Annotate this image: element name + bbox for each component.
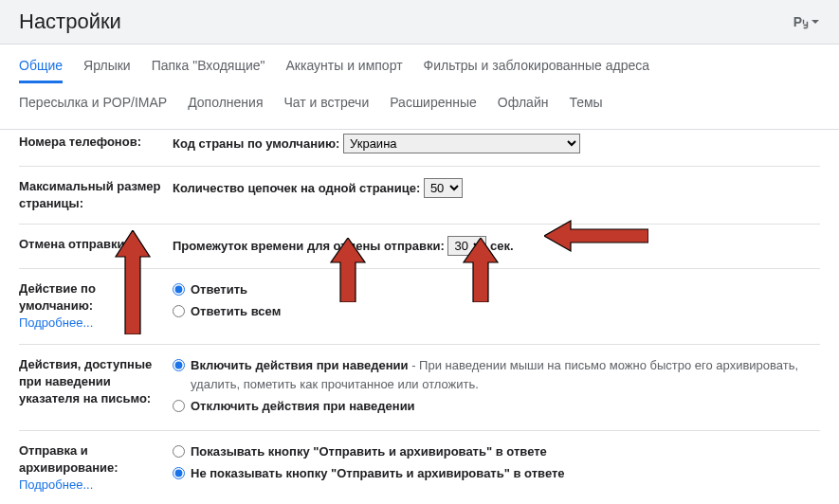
radio-label: Ответить всем	[191, 302, 281, 322]
tab-3[interactable]: Аккаунты и импорт	[286, 58, 403, 83]
row-body: ОтветитьОтветить всем	[173, 280, 820, 333]
radio-option: Показывать кнопку "Отправить и архивиров…	[173, 442, 820, 462]
tab-r2-5[interactable]: Темы	[569, 95, 602, 117]
radio-input[interactable]	[173, 283, 185, 296]
radio-label: Отключить действия при наведении	[191, 399, 415, 413]
settings-header: Настройки Рꭚ	[0, 0, 839, 45]
row-label: Действие по умолчанию: Подробнее...	[19, 280, 161, 333]
page-title: Настройки	[19, 9, 121, 34]
row-undo-send: Отмена отправки: Промежуток времени для …	[19, 225, 820, 269]
tab-2[interactable]: Папка "Входящие"	[152, 58, 265, 83]
radio-option: Включить действия при наведении - При на…	[173, 356, 820, 396]
radio-option: Не показывать кнопку "Отправить и архиви…	[173, 464, 820, 484]
undo-period-select[interactable]: 30	[447, 236, 486, 256]
radio-input[interactable]	[173, 359, 185, 371]
tab-0[interactable]: Общие	[19, 58, 63, 83]
learn-more-link[interactable]: Подробнее...	[19, 477, 93, 492]
radio-input[interactable]	[173, 445, 185, 458]
row-label: Действия, доступные при наведении указат…	[19, 356, 161, 419]
tab-1[interactable]: Ярлыки	[83, 58, 131, 83]
radio-input[interactable]	[173, 467, 185, 479]
radio-option: Ответить	[173, 280, 820, 300]
row-label: Номера телефонов:	[19, 134, 161, 154]
row-body: Код страны по умолчанию: Украина	[173, 134, 820, 154]
row-label: Отправка и архивирование: Подробнее...	[19, 442, 161, 495]
settings-tabs: ОбщиеЯрлыкиПапка "Входящие"Аккаунты и им…	[0, 45, 839, 117]
row-phone-numbers: Номера телефонов: Код страны по умолчани…	[19, 130, 820, 167]
radio-input[interactable]	[173, 400, 185, 412]
tab-r2-0[interactable]: Пересылка и POP/IMAP	[19, 95, 167, 117]
tab-r2-4[interactable]: Офлайн	[498, 95, 549, 117]
tab-r2-2[interactable]: Чат и встречи	[283, 95, 369, 117]
lang-label: Рꭚ	[793, 14, 809, 29]
settings-content: Номера телефонов: Код страны по умолчани…	[0, 129, 839, 504]
radio-label: Ответить	[191, 280, 247, 300]
input-tools-button[interactable]: Рꭚ	[793, 14, 820, 29]
tab-r2-1[interactable]: Дополнения	[188, 95, 263, 117]
row-body: Количество цепочек на одной странице: 50	[173, 178, 820, 212]
radio-option: Отключить действия при наведении	[173, 397, 820, 417]
page-size-label: Количество цепочек на одной странице:	[173, 181, 420, 195]
chevron-down-icon	[811, 17, 820, 27]
radio-label: Показывать кнопку "Отправить и архивиров…	[191, 442, 547, 462]
radio-label: Включить действия при наведении	[191, 358, 409, 372]
row-body: Показывать кнопку "Отправить и архивиров…	[173, 442, 820, 495]
radio-label: Не показывать кнопку "Отправить и архиви…	[191, 464, 565, 484]
row-label: Отмена отправки:	[19, 236, 161, 257]
row-default-reply: Действие по умолчанию: Подробнее... Отве…	[19, 269, 820, 345]
country-select[interactable]: Украина	[343, 134, 580, 153]
radio-option: Ответить всем	[173, 302, 820, 322]
tab-4[interactable]: Фильтры и заблокированные адреса	[424, 58, 650, 83]
row-label: Максимальный размер страницы:	[19, 178, 161, 212]
undo-seconds-label: сек.	[490, 239, 514, 253]
phone-country-label: Код страны по умолчанию:	[173, 136, 339, 151]
row-body: Включить действия при наведении - При на…	[173, 356, 820, 419]
page-size-select[interactable]: 50	[424, 178, 463, 198]
row-body: Промежуток времени для отмены отправки: …	[173, 236, 820, 257]
radio-input[interactable]	[173, 305, 185, 317]
row-send-archive: Отправка и архивирование: Подробнее... П…	[19, 431, 820, 504]
learn-more-link[interactable]: Подробнее...	[19, 315, 93, 330]
row-page-size: Максимальный размер страницы: Количество…	[19, 167, 820, 225]
undo-label: Промежуток времени для отмены отправки:	[173, 239, 445, 253]
row-hover-actions: Действия, доступные при наведении указат…	[19, 345, 820, 431]
tab-r2-3[interactable]: Расширенные	[390, 95, 477, 117]
